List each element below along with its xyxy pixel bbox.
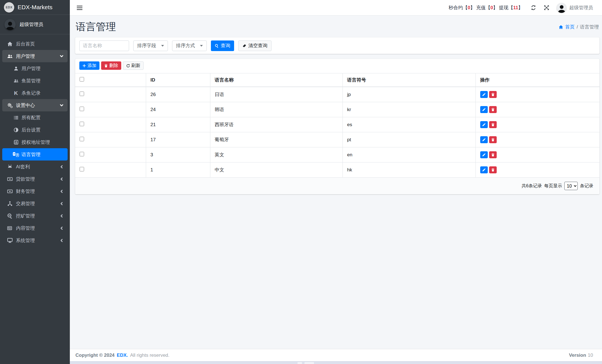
sidebar-item-user-management[interactable]: 用户管理 xyxy=(2,62,68,75)
branch-icon xyxy=(6,201,13,206)
sidebar-item-label: 挖矿管理 xyxy=(16,213,35,219)
cell-language-name: 中文 xyxy=(210,162,342,178)
sidebar-item-settings-center-group[interactable]: 设置中心 xyxy=(2,99,68,111)
sidebar-item-auth-address-management[interactable]: 授权地址管理 xyxy=(2,136,68,148)
delete-row-button[interactable] xyxy=(489,91,497,98)
row-checkbox[interactable] xyxy=(80,167,84,171)
language-table-card: 添加 删除 刷新 ID xyxy=(75,59,599,194)
language-name-input[interactable] xyxy=(79,40,129,51)
sidebar-item-label: 财务管理 xyxy=(16,188,35,195)
eraser-icon xyxy=(242,44,246,48)
topbar-user-name: 超级管理员 xyxy=(569,4,593,11)
row-checkbox[interactable] xyxy=(80,137,84,141)
sidebar-item-kill-fish-records[interactable]: K 杀鱼记录 xyxy=(2,87,68,99)
sidebar-item-language-management[interactable]: A文 语言管理 xyxy=(2,148,68,161)
edit-row-button[interactable] xyxy=(480,166,488,173)
sidebar-item-label: 设置中心 xyxy=(16,102,35,109)
delete-row-button[interactable] xyxy=(489,166,497,173)
footer-brand-link[interactable]: EDX. xyxy=(117,353,128,358)
cell-id: 1 xyxy=(146,162,210,178)
row-checkbox[interactable] xyxy=(80,107,84,111)
sort-order-dropdown[interactable]: 排序方式 xyxy=(172,40,207,51)
brand[interactable]: EDX EDX-Markets xyxy=(0,0,70,15)
sidebar-item-dashboard[interactable]: 后台首页 xyxy=(2,38,68,50)
refresh-icon[interactable] xyxy=(531,5,536,10)
chevron-left-icon xyxy=(60,214,63,218)
cell-language-name: 韩语 xyxy=(210,102,342,117)
edit-row-button[interactable] xyxy=(480,121,488,128)
delete-row-button[interactable] xyxy=(489,136,497,143)
row-checkbox[interactable] xyxy=(80,152,84,156)
topbar-avatar[interactable] xyxy=(556,3,567,13)
search-button[interactable]: 查询 xyxy=(211,40,234,51)
sidebar-item-finance-management[interactable]: 财务管理 xyxy=(2,185,68,197)
table-row: 17 葡萄牙 pt xyxy=(75,132,599,147)
fullscreen-icon[interactable] xyxy=(544,5,549,10)
sidebar-item-label: 贷款管理 xyxy=(16,176,35,182)
delete-row-button[interactable] xyxy=(489,106,497,113)
sidebar-item-loan-management[interactable]: 贷款管理 xyxy=(2,173,68,185)
brand-name: EDX-Markets xyxy=(18,4,53,11)
edit-row-button[interactable] xyxy=(480,91,488,98)
per-page-select[interactable]: 10 xyxy=(564,182,578,190)
sidebar-item-ai-arbitrage[interactable]: AI套利 xyxy=(2,161,68,173)
clear-search-button[interactable]: 清空查询 xyxy=(238,40,272,51)
delete-row-button[interactable] xyxy=(489,151,497,158)
sidebar-nav: 后台首页 用户管理 用户管理 鱼苗管理 K 杀鱼记录 设置中心 xyxy=(0,34,70,364)
adjust-icon xyxy=(13,128,19,132)
sidebar-item-fry-management[interactable]: 鱼苗管理 xyxy=(2,75,68,87)
sidebar-item-label: 系统管理 xyxy=(16,237,35,244)
sidebar-item-content-management[interactable]: 内容管理 xyxy=(2,222,68,234)
language-icon: A文 xyxy=(13,153,19,156)
cell-language-code: en xyxy=(342,147,475,162)
sidebar-item-mining-management[interactable]: 挖矿管理 xyxy=(2,210,68,222)
sidebar-item-label: 杀鱼记录 xyxy=(22,90,41,96)
sidebar-item-user-management-group[interactable]: 用户管理 xyxy=(2,50,68,62)
sidebar-toggle-button[interactable] xyxy=(77,5,82,11)
refresh-button[interactable]: 刷新 xyxy=(123,61,144,70)
add-button[interactable]: 添加 xyxy=(79,61,99,70)
edit-row-button[interactable] xyxy=(480,106,488,113)
filter-bar: 排序字段 排序方式 查询 清空查询 xyxy=(75,37,599,54)
money-bill-icon xyxy=(6,189,13,194)
table-row: 1 中文 hk xyxy=(75,162,599,178)
sidebar-item-backend-settings[interactable]: 后台设置 xyxy=(2,124,68,136)
row-checkbox[interactable] xyxy=(80,122,84,126)
redo-icon xyxy=(126,64,130,68)
chevron-left-icon xyxy=(60,226,63,230)
taskbar-strip xyxy=(70,361,602,364)
stat-seconds-contract[interactable]: 秒合约【0】 xyxy=(449,4,475,11)
edit-row-button[interactable] xyxy=(480,151,488,158)
page-footer: Copyright © 2024 EDX. All rights reserve… xyxy=(70,349,602,361)
app-root: EDX EDX-Markets 超级管理员 后台首页 用户管理 用户管理 xyxy=(0,0,602,364)
sidebar-item-system-management[interactable]: 系统管理 xyxy=(2,234,68,246)
chevron-left-icon xyxy=(60,190,63,193)
delete-button[interactable]: 删除 xyxy=(101,61,121,70)
sidebar: EDX EDX-Markets 超级管理员 后台首页 用户管理 用户管理 xyxy=(0,0,70,364)
rights-text: All rights reserved. xyxy=(130,353,170,358)
sidebar-item-label: 后台设置 xyxy=(22,127,41,133)
language-table: ID 语言名称 语言符号 操作 26 日语 jp xyxy=(75,73,599,178)
chevron-left-icon xyxy=(60,165,63,169)
sidebar-avatar xyxy=(4,19,16,30)
per-page-prefix: 每页显示 xyxy=(544,183,562,189)
sort-field-dropdown[interactable]: 排序字段 xyxy=(133,40,168,51)
sidebar-item-all-configs[interactable]: 所有配置 xyxy=(2,111,68,124)
breadcrumb: 首页 / 语言管理 xyxy=(559,24,599,30)
select-all-checkbox[interactable] xyxy=(80,77,84,82)
cell-language-code: kr xyxy=(342,102,475,117)
users-icon xyxy=(13,78,19,83)
sidebar-item-label: 所有配置 xyxy=(22,114,41,121)
records-total: 共6条记录 xyxy=(522,183,542,189)
table-toolbar: 添加 删除 刷新 xyxy=(75,59,599,73)
delete-row-button[interactable] xyxy=(489,121,497,128)
cell-id: 21 xyxy=(146,117,210,132)
breadcrumb-home-link[interactable]: 首页 xyxy=(565,24,575,30)
sidebar-item-trade-management[interactable]: 交易管理 xyxy=(2,197,68,210)
edit-row-button[interactable] xyxy=(480,136,488,143)
stat-deposit[interactable]: 充值【0】 xyxy=(476,4,498,11)
newspaper-icon xyxy=(6,226,13,231)
stat-withdraw[interactable]: 提现【11】 xyxy=(499,4,523,11)
row-checkbox[interactable] xyxy=(80,92,84,96)
breadcrumb-separator: / xyxy=(577,24,578,30)
